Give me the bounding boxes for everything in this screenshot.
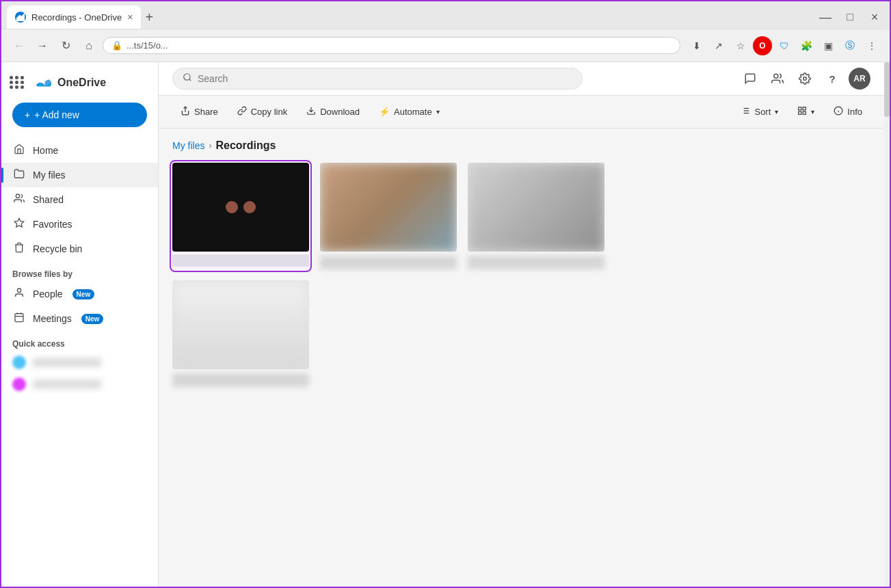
user-avatar[interactable]: AR (849, 68, 870, 90)
tab-bar: Recordings - OneDrive × + — □ × (1, 1, 890, 29)
quick-access-item-2[interactable] (1, 373, 158, 395)
video-dot-1 (226, 201, 238, 213)
search-icon (183, 72, 192, 85)
view-chevron-icon: ▾ (811, 108, 814, 116)
video-dot-2 (243, 201, 256, 213)
file-item-1[interactable] (172, 163, 309, 269)
file-item-2[interactable] (320, 163, 457, 269)
copy-link-button[interactable]: Copy link (229, 101, 295, 122)
share-page-button[interactable]: ↗ (709, 36, 728, 55)
maximize-button[interactable]: □ (840, 8, 860, 27)
recycle-bin-icon (12, 242, 26, 256)
browse-section-header: Browse files by (1, 261, 158, 282)
close-window-button[interactable]: × (865, 8, 884, 27)
second-file-row (172, 280, 870, 387)
active-tab[interactable]: Recordings - OneDrive × (7, 5, 141, 29)
help-button[interactable]: ? (821, 68, 843, 90)
breadcrumb-my-files-link[interactable]: My files (172, 140, 204, 151)
refresh-button[interactable]: ↻ (56, 36, 75, 55)
sidebar-item-recycle-bin[interactable]: Recycle bin (1, 237, 158, 261)
svg-point-7 (184, 74, 190, 80)
minimize-button[interactable]: — (816, 8, 835, 27)
search-input[interactable] (198, 73, 572, 84)
view-toggle-button[interactable]: ▾ (789, 101, 823, 122)
header-actions: ? AR (739, 68, 870, 90)
blurred-thumb-2 (320, 163, 457, 252)
sidebar-item-shared[interactable]: Shared (1, 187, 158, 212)
svg-rect-20 (803, 107, 806, 110)
app: OneDrive + + Add new Home My files Share… (1, 62, 890, 588)
sidebar-item-my-files-label: My files (33, 170, 65, 181)
share-label: Share (194, 107, 218, 117)
automate-icon: ⚡ (379, 107, 390, 117)
back-button[interactable]: ← (10, 36, 29, 55)
share-header-button[interactable] (767, 68, 788, 90)
file-label-3 (468, 256, 604, 269)
download-button[interactable]: Download (298, 101, 368, 122)
meetings-badge: New (81, 314, 104, 324)
address-bar[interactable]: 🔒 ...ts/15/o... (103, 37, 680, 54)
search-container[interactable] (172, 68, 583, 90)
new-tab-button[interactable]: + (145, 10, 153, 25)
info-label: Info (847, 107, 862, 117)
settings-button[interactable] (794, 68, 816, 90)
video-preview-dots (226, 201, 256, 213)
quick-access-icon-2 (12, 377, 26, 391)
file-thumbnail-1 (172, 163, 309, 252)
share-button[interactable]: Share (172, 101, 226, 122)
sidebar-item-home[interactable]: Home (1, 138, 158, 163)
quick-access-icon-1 (12, 356, 26, 369)
sidebar-item-meetings-label: Meetings (33, 313, 72, 324)
onedrive-logo-icon (36, 77, 52, 88)
tab-title: Recordings - OneDrive (31, 12, 122, 23)
shield-icon[interactable]: 🛡 (775, 36, 794, 55)
automate-label: Automate (394, 107, 432, 117)
menu-button[interactable]: ⋮ (862, 36, 881, 55)
download-label: Download (320, 107, 360, 117)
sidebar-toggle[interactable]: ▣ (819, 36, 838, 55)
opera-icon[interactable]: O (753, 36, 772, 55)
apps-grid-icon[interactable] (10, 76, 23, 89)
scrollbar-thumb[interactable] (884, 62, 890, 117)
my-files-icon (12, 168, 26, 182)
people-badge: New (72, 289, 95, 299)
feedback-button[interactable] (739, 68, 761, 90)
file-thumbnail-3 (468, 163, 604, 252)
automate-button[interactable]: ⚡ Automate ▾ (371, 102, 448, 122)
file-item-3[interactable] (468, 163, 604, 269)
sort-chevron-icon: ▾ (775, 108, 778, 116)
app-icon[interactable]: Ⓢ (840, 36, 860, 55)
svg-rect-3 (15, 314, 23, 322)
people-icon (12, 287, 26, 301)
forward-button[interactable]: → (33, 36, 52, 55)
breadcrumb-current: Recordings (215, 139, 276, 152)
bookmark-button[interactable]: ☆ (731, 36, 750, 55)
file-item-4[interactable] (172, 280, 309, 387)
svg-rect-22 (803, 111, 806, 114)
add-icon: + (25, 109, 30, 120)
sidebar-item-people-label: People (33, 289, 63, 299)
share-icon (181, 106, 190, 118)
info-button[interactable]: Info (825, 101, 870, 122)
home-button[interactable]: ⌂ (79, 36, 98, 55)
file-label-2 (320, 256, 457, 269)
sidebar-item-recycle-bin-label: Recycle bin (33, 243, 82, 254)
quick-access-item-1[interactable] (1, 351, 158, 373)
nav-bar: ← → ↻ ⌂ 🔒 ...ts/15/o... ⬇ ↗ ☆ O 🛡 🧩 ▣ Ⓢ … (1, 29, 890, 62)
sidebar-item-my-files[interactable]: My files (1, 163, 158, 187)
app-logo: OneDrive (36, 77, 106, 89)
sidebar-item-meetings[interactable]: Meetings New (1, 306, 158, 331)
app-logo-text: OneDrive (57, 77, 106, 89)
add-new-button[interactable]: + + Add new (12, 103, 147, 127)
extension-icon[interactable]: 🧩 (797, 36, 816, 55)
sort-button[interactable]: Sort ▾ (732, 101, 786, 122)
sidebar-item-people[interactable]: People New (1, 282, 158, 306)
sidebar-item-favorites[interactable]: Favorites (1, 212, 158, 237)
copy-link-icon (237, 106, 247, 118)
scrollbar[interactable] (884, 62, 890, 588)
svg-point-9 (774, 74, 778, 78)
tab-close-button[interactable]: × (127, 12, 133, 23)
view-grid-icon (797, 106, 807, 118)
download-icon (306, 106, 316, 118)
download-page-button[interactable]: ⬇ (687, 36, 706, 55)
